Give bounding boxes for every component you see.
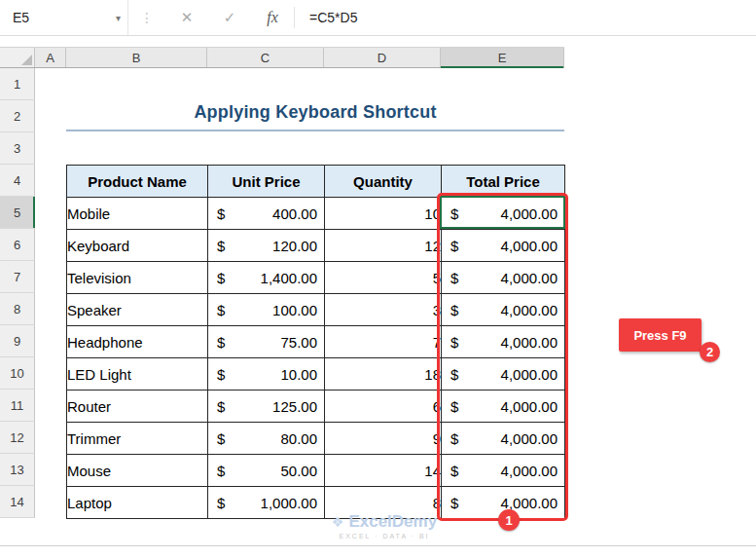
currency-symbol: $ bbox=[450, 302, 458, 318]
total-price-value: 4,000.00 bbox=[501, 334, 558, 351]
row-header-2[interactable]: 2 bbox=[0, 100, 35, 132]
table-row: Trimmer $80.00 9 $4,000.00 bbox=[67, 423, 565, 455]
watermark-brand: ExcelDemy bbox=[348, 512, 437, 532]
cell-unit-price[interactable]: $1,400.00 bbox=[208, 262, 325, 294]
cell-total-price[interactable]: $4,000.00 bbox=[442, 391, 565, 423]
row-header-10[interactable]: 10 bbox=[0, 357, 35, 390]
cell-unit-price[interactable]: $100.00 bbox=[208, 294, 325, 326]
insert-function-icon[interactable]: fx bbox=[251, 0, 294, 35]
data-table: Product Name Unit Price Quantity Total P… bbox=[66, 165, 565, 519]
select-all-corner[interactable] bbox=[0, 48, 35, 67]
sheet-title: Applying Keyboard Shortcut bbox=[66, 102, 564, 123]
cell-product[interactable]: Trimmer bbox=[67, 423, 208, 455]
formula-input[interactable]: =C5*D5 bbox=[295, 0, 357, 35]
table-row: LED Light $10.00 18 $4,000.00 bbox=[67, 358, 565, 391]
cell-quantity[interactable]: 3 bbox=[325, 294, 442, 326]
bottom-divider bbox=[0, 545, 756, 546]
currency-symbol: $ bbox=[450, 334, 458, 351]
cell-unit-price[interactable]: $10.00 bbox=[208, 358, 325, 391]
unit-price-value: 75.00 bbox=[280, 334, 317, 351]
cell-unit-price[interactable]: $50.00 bbox=[208, 455, 325, 487]
currency-symbol: $ bbox=[217, 430, 225, 447]
unit-price-value: 400.00 bbox=[272, 205, 317, 222]
unit-price-value: 125.00 bbox=[272, 398, 317, 415]
cell-quantity[interactable]: 18 bbox=[325, 358, 442, 391]
cell-product[interactable]: Keyboard bbox=[67, 230, 208, 262]
cell-total-price[interactable]: $4,000.00 bbox=[442, 423, 565, 455]
row-header-8[interactable]: 8 bbox=[0, 293, 35, 325]
cell-total-price[interactable]: $4,000.00 bbox=[442, 294, 565, 326]
header-unit-price[interactable]: Unit Price bbox=[208, 166, 325, 198]
column-header-d[interactable]: D bbox=[324, 48, 441, 67]
table-row: Mouse $50.00 14 $4,000.00 bbox=[67, 455, 565, 487]
cell-quantity[interactable]: 12 bbox=[325, 230, 442, 262]
cell-unit-price[interactable]: $80.00 bbox=[208, 423, 325, 455]
unit-price-value: 100.00 bbox=[272, 302, 317, 318]
column-header-b[interactable]: B bbox=[66, 48, 207, 67]
cell-total-price[interactable]: $4,000.00 bbox=[442, 262, 565, 294]
row-header-6[interactable]: 6 bbox=[0, 229, 35, 261]
column-header-a[interactable]: A bbox=[35, 48, 66, 67]
row-header-13[interactable]: 13 bbox=[0, 454, 35, 486]
cell-unit-price[interactable]: $400.00 bbox=[208, 198, 325, 230]
unit-price-value: 120.00 bbox=[272, 238, 317, 254]
table-row: Keyboard $120.00 12 $4,000.00 bbox=[67, 230, 565, 262]
currency-symbol: $ bbox=[450, 238, 458, 254]
cell-unit-price[interactable]: $120.00 bbox=[208, 230, 325, 262]
row-header-1[interactable]: 1 bbox=[0, 68, 35, 100]
cell-unit-price[interactable]: $125.00 bbox=[208, 391, 325, 423]
header-quantity[interactable]: Quantity bbox=[325, 166, 442, 198]
currency-symbol: $ bbox=[217, 334, 225, 351]
currency-symbol: $ bbox=[217, 366, 225, 383]
row-header-14[interactable]: 14 bbox=[0, 486, 35, 518]
row-header-3[interactable]: 3 bbox=[0, 132, 35, 165]
cell-quantity[interactable]: 10 bbox=[325, 198, 442, 230]
cell-total-price[interactable]: $4,000.00 bbox=[442, 455, 565, 487]
table-row: Router $125.00 6 $4,000.00 bbox=[67, 391, 565, 423]
table-row: Headphone $75.00 7 $4,000.00 bbox=[67, 326, 565, 358]
total-price-value: 4,000.00 bbox=[501, 398, 558, 415]
cancel-icon[interactable]: ✕ bbox=[165, 0, 208, 35]
cell-total-price[interactable]: $4,000.00 bbox=[442, 230, 565, 262]
cell-product[interactable]: Television bbox=[67, 262, 208, 294]
cell-product[interactable]: Laptop bbox=[67, 487, 208, 519]
cell-product[interactable]: Speaker bbox=[67, 294, 208, 326]
row-header-12[interactable]: 12 bbox=[0, 422, 35, 454]
total-price-value: 4,000.00 bbox=[501, 238, 558, 254]
cell-total-price[interactable]: $4,000.00 bbox=[442, 326, 565, 358]
currency-symbol: $ bbox=[450, 398, 458, 415]
cell-total-price[interactable]: $4,000.00 bbox=[442, 358, 565, 391]
chevron-down-icon[interactable]: ▾ bbox=[116, 13, 127, 23]
cell-quantity[interactable]: 5 bbox=[325, 262, 442, 294]
column-header-c[interactable]: C bbox=[207, 48, 324, 67]
cell-product[interactable]: Mobile bbox=[67, 198, 208, 230]
cell-product[interactable]: Headphone bbox=[67, 326, 208, 358]
name-box[interactable]: E5 ▾ bbox=[0, 0, 128, 35]
header-total-price[interactable]: Total Price bbox=[442, 166, 565, 198]
row-header-4[interactable]: 4 bbox=[0, 165, 35, 197]
unit-price-value: 1,400.00 bbox=[261, 270, 317, 286]
cell-quantity[interactable]: 9 bbox=[325, 423, 442, 455]
row-header-5[interactable]: 5 bbox=[0, 197, 35, 229]
cell-product[interactable]: Mouse bbox=[67, 455, 208, 487]
currency-symbol: $ bbox=[450, 270, 458, 286]
row-header-11[interactable]: 11 bbox=[0, 390, 35, 422]
row-header-7[interactable]: 7 bbox=[0, 261, 35, 293]
name-box-value: E5 bbox=[13, 10, 116, 25]
enter-icon[interactable]: ✓ bbox=[208, 0, 251, 35]
cell-product[interactable]: Router bbox=[67, 391, 208, 423]
cell-total-price[interactable]: $4,000.00 bbox=[442, 198, 565, 230]
step-badge-1: 1 bbox=[498, 509, 520, 531]
cell-quantity[interactable]: 14 bbox=[325, 455, 442, 487]
cell-quantity[interactable]: 6 bbox=[325, 391, 442, 423]
row-header-9[interactable]: 9 bbox=[0, 325, 35, 357]
column-header-e[interactable]: E bbox=[441, 48, 564, 67]
cell-product[interactable]: LED Light bbox=[67, 358, 208, 391]
table-header-row: Product Name Unit Price Quantity Total P… bbox=[67, 166, 565, 198]
total-price-value: 4,000.00 bbox=[501, 366, 558, 383]
currency-symbol: $ bbox=[450, 463, 458, 479]
header-product-name[interactable]: Product Name bbox=[67, 166, 208, 198]
cell-unit-price[interactable]: $75.00 bbox=[208, 326, 325, 358]
cell-quantity[interactable]: 7 bbox=[325, 326, 442, 358]
exceldemy-logo-icon: ❖ bbox=[332, 514, 344, 530]
